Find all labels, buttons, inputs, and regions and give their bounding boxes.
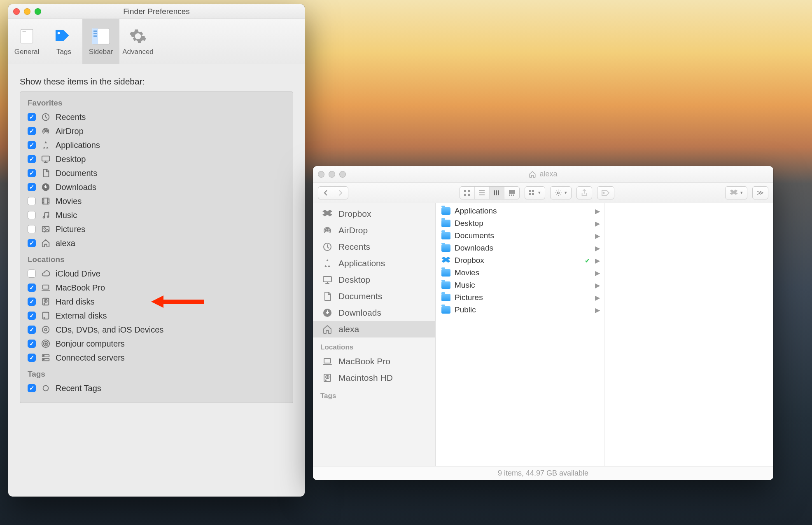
gallery-view-button[interactable] [504, 187, 519, 199]
column-item[interactable]: Desktop▶ [436, 217, 604, 230]
option-label: Connected servers [56, 353, 125, 363]
sidebar-item-alexa[interactable]: alexa [313, 321, 435, 338]
checkbox[interactable] [28, 326, 36, 334]
svg-rect-50 [529, 190, 531, 192]
finder-titlebar[interactable]: alexa [313, 166, 773, 183]
column-item[interactable]: Documents▶ [436, 230, 604, 242]
column-item[interactable]: Movies▶ [436, 267, 604, 279]
checkbox[interactable] [28, 239, 36, 247]
sidebar-item-applications[interactable]: Applications [313, 255, 435, 272]
sidebar-option: Hard disks [28, 295, 285, 309]
tab-label: General [14, 48, 39, 56]
share-button[interactable] [576, 186, 592, 199]
close-button[interactable] [13, 8, 20, 15]
checkbox[interactable] [28, 169, 36, 177]
zoom-button[interactable] [35, 8, 41, 15]
checkbox[interactable] [28, 127, 36, 135]
checkbox[interactable] [28, 211, 36, 219]
chevron-right-icon: ▶ [595, 281, 600, 289]
sidebar-item-documents[interactable]: Documents [313, 288, 435, 305]
item-label: Movies [455, 268, 479, 277]
column-1 [604, 203, 773, 466]
home-icon [529, 171, 536, 178]
prefs-tab-general[interactable]: General [8, 19, 45, 64]
svg-point-21 [44, 304, 44, 305]
checkbox[interactable] [28, 312, 36, 320]
overflow-button[interactable]: ≫ [752, 186, 768, 199]
minimize-button[interactable] [329, 171, 335, 178]
sidebar-item-airdrop[interactable]: AirDrop [313, 222, 435, 239]
sidebar-item-downloads[interactable]: Downloads [313, 305, 435, 321]
tag-button[interactable] [597, 186, 614, 199]
svg-point-25 [44, 318, 44, 319]
minimize-button[interactable] [24, 8, 30, 15]
action-button[interactable]: ▾ [550, 186, 572, 199]
sidebar-option: Desktop [28, 152, 285, 166]
checkbox[interactable] [28, 225, 36, 233]
group-by-button[interactable]: ▾ [525, 186, 545, 199]
svg-rect-38 [464, 194, 466, 196]
forward-button[interactable] [333, 187, 348, 199]
option-label: Music [56, 211, 77, 220]
dropbox-button[interactable]: ▾ [725, 186, 747, 199]
checkbox[interactable] [28, 141, 36, 149]
column-item[interactable]: Public▶ [436, 304, 604, 316]
column-item[interactable]: Downloads▶ [436, 242, 604, 254]
list-view-button[interactable] [475, 187, 490, 199]
prefs-titlebar[interactable]: Finder Preferences [8, 4, 305, 19]
option-label: Applications [56, 141, 100, 150]
sidebar-item-macintosh-hd[interactable]: Macintosh HD [313, 370, 435, 386]
apps-icon [322, 258, 333, 269]
prefs-tab-tags[interactable]: Tags [45, 19, 82, 64]
sidebar-heading-locations: Locations [313, 338, 435, 353]
icon-view-button[interactable] [460, 187, 475, 199]
checkbox[interactable] [28, 113, 36, 121]
airdrop-icon [41, 126, 51, 136]
sidebar-item-macbook-pro[interactable]: MacBook Pro [313, 353, 435, 370]
sidebar-item-dropbox[interactable]: Dropbox [313, 206, 435, 222]
checkbox[interactable] [28, 340, 36, 348]
column-item[interactable]: Music▶ [436, 279, 604, 291]
checkbox[interactable] [28, 155, 36, 163]
home-icon [41, 238, 51, 248]
column-view-button[interactable] [490, 187, 504, 199]
sidebar-item-desktop[interactable]: Desktop [313, 272, 435, 288]
checkbox[interactable] [28, 354, 36, 362]
document-icon [322, 291, 333, 302]
download-icon [322, 307, 333, 318]
svg-rect-45 [498, 190, 499, 195]
prefs-toolbar: GeneralTagsSidebarAdvanced [8, 19, 305, 64]
column-item[interactable]: Dropbox✔▶ [436, 254, 604, 267]
checkbox[interactable] [28, 298, 36, 306]
apps-icon [41, 140, 51, 150]
svg-rect-17 [43, 285, 49, 289]
prefs-panel: FavoritesRecentsAirDropApplicationsDeskt… [20, 91, 293, 403]
svg-point-33 [44, 356, 44, 356]
finder-body: DropboxAirDropRecentsApplicationsDesktop… [313, 203, 773, 466]
sidebar-item-recents[interactable]: Recents [313, 239, 435, 255]
folder-icon [441, 244, 450, 252]
sidebar-item-label: Applications [338, 258, 385, 268]
column-item[interactable]: Applications▶ [436, 205, 604, 217]
prefs-tab-advanced[interactable]: Advanced [119, 19, 156, 64]
column-item[interactable]: Pictures▶ [436, 291, 604, 304]
prefs-heading: Show these items in the sidebar: [20, 77, 293, 87]
svg-rect-7 [93, 35, 97, 37]
back-button[interactable] [318, 187, 333, 199]
zoom-button[interactable] [339, 171, 346, 178]
close-button[interactable] [318, 171, 324, 178]
option-label: Bonjour computers [56, 339, 125, 349]
window-controls [13, 8, 41, 15]
sidebar-option: Movies [28, 194, 285, 208]
svg-point-35 [43, 386, 49, 391]
checkbox[interactable] [28, 284, 36, 292]
checkbox[interactable] [28, 270, 36, 278]
tag-icon [41, 383, 51, 393]
checkbox[interactable] [28, 197, 36, 205]
checkbox[interactable] [28, 384, 36, 392]
sidebar-option: CDs, DVDs, and iOS Devices [28, 323, 285, 337]
sidebar-option: Connected servers [28, 351, 285, 365]
prefs-tab-sidebar[interactable]: Sidebar [82, 19, 119, 64]
general-icon [18, 27, 36, 45]
checkbox[interactable] [28, 183, 36, 191]
